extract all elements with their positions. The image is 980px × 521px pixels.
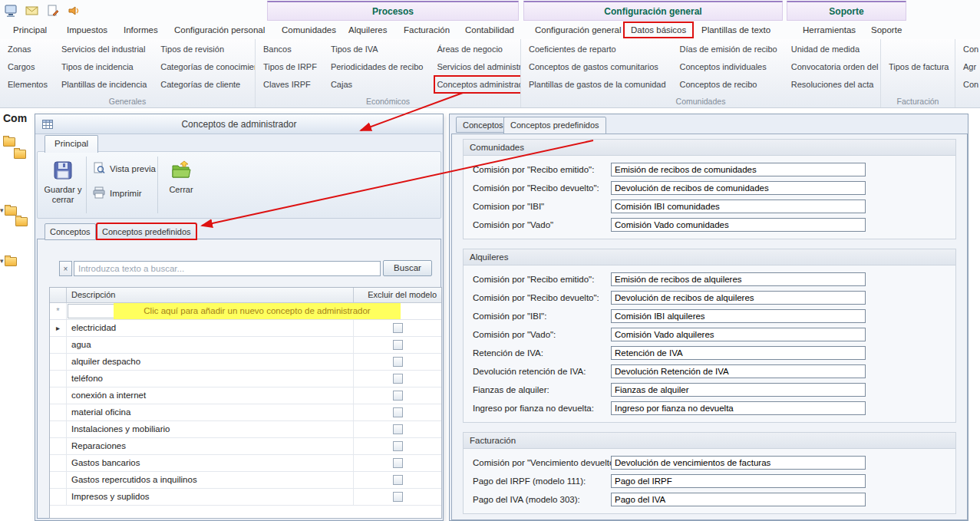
field-input[interactable] [611, 291, 866, 305]
exclude-347-checkbox[interactable] [393, 492, 403, 502]
new-row-hint[interactable]: Clic aquí para añadir un nuevo concepto … [114, 303, 401, 319]
ribbon-item[interactable]: Servicios del industrial [59, 41, 149, 58]
ribbon-item[interactable]: Con [961, 41, 980, 58]
ribbon-tab[interactable]: Informes [117, 22, 165, 38]
ribbon-item[interactable]: Cajas [328, 76, 425, 93]
table-row[interactable]: Instalaciones y mobiliario [50, 421, 441, 438]
ribbon-item[interactable]: Con [961, 76, 980, 93]
field-input[interactable] [611, 493, 866, 506]
field-input[interactable] [611, 272, 866, 286]
ribbon-item[interactable]: Días de emisión de recibo [678, 41, 780, 58]
tab-conceptos-predefinidos[interactable]: Conceptos predefinidos [97, 223, 196, 239]
clear-search-button[interactable]: × [59, 261, 72, 276]
ribbon-tab[interactable]: Comunidades [275, 22, 343, 38]
ribbon-item[interactable]: Convocatoria orden del día [789, 58, 881, 75]
ribbon-item[interactable]: Zonas [5, 41, 50, 58]
ribbon-item[interactable]: Periodicidades de recibo [328, 58, 425, 75]
ribbon-tab[interactable]: Principal [6, 22, 54, 38]
search-input[interactable] [74, 261, 381, 276]
ribbon-tab[interactable]: Configuración personal [167, 22, 272, 38]
folder-icon[interactable] [14, 150, 26, 159]
ribbon-tab[interactable]: Datos básicos [624, 22, 693, 38]
ribbon-tab[interactable]: Contabilidad [458, 22, 521, 38]
ribbon-item[interactable]: Categorías de conocimiento [158, 58, 256, 75]
ribbon-tab[interactable]: Impuestos [60, 22, 114, 38]
exclude-347-checkbox[interactable] [393, 374, 403, 384]
ribbon-item[interactable]: Agr [961, 58, 980, 75]
mail-icon[interactable] [25, 3, 40, 18]
table-row[interactable]: Impresos y suplidos [50, 489, 441, 506]
grid-header-excluir-347[interactable]: Excluir del modelo 347 [354, 288, 441, 302]
exclude-347-checkbox[interactable] [393, 407, 403, 417]
folder-icon[interactable] [5, 206, 17, 216]
table-row[interactable]: Gastos repercutidos a inquilinos [50, 472, 441, 489]
ribbon-item[interactable]: Elementos [5, 76, 50, 93]
field-input[interactable] [611, 346, 866, 360]
field-input[interactable] [611, 401, 866, 415]
ribbon-item[interactable]: Conceptos de recibo [678, 76, 780, 93]
folder-icon[interactable] [3, 137, 15, 147]
ribbon-tab[interactable]: Alquileres [342, 22, 394, 38]
field-input[interactable] [611, 309, 866, 323]
exclude-347-checkbox[interactable] [393, 458, 403, 468]
table-row[interactable]: agua [50, 337, 441, 354]
ribbon-item[interactable]: Resoluciones del acta [789, 76, 881, 93]
field-input[interactable] [611, 181, 866, 195]
field-input[interactable] [611, 218, 866, 232]
ribbon-tab[interactable]: Facturación [397, 22, 457, 38]
folder-icon[interactable] [15, 217, 28, 226]
announcement-icon[interactable] [66, 3, 81, 18]
ribbon-item[interactable]: Servicios del administrador [434, 58, 521, 75]
exclude-347-checkbox[interactable] [393, 475, 403, 485]
computer-icon[interactable] [4, 3, 19, 18]
preview-button[interactable]: Vista previa [90, 159, 156, 179]
save-and-close-button[interactable]: Guardar y cerrar [43, 156, 83, 214]
close-button[interactable]: Cerrar [161, 156, 201, 214]
table-row[interactable]: conexión a internet [50, 387, 441, 404]
field-input[interactable] [611, 328, 866, 341]
ribbon-item[interactable]: Tipos de revisión [158, 41, 256, 58]
ribbon-item[interactable]: Categorías de cliente [158, 76, 256, 93]
ribbon-item[interactable]: Bancos [261, 41, 319, 58]
ribbon-item[interactable]: Tipos de IRPF [261, 58, 319, 75]
edit-note-icon[interactable] [45, 3, 61, 18]
ribbon-item[interactable]: Áreas de negocio [434, 41, 521, 58]
tab-conceptos-predefinidos[interactable]: Conceptos predefinidos [503, 117, 606, 134]
ribbon-item[interactable]: Plantillas de incidencia [59, 76, 149, 93]
ribbon-item[interactable]: Tipos de incidencia [59, 58, 149, 75]
field-input[interactable] [611, 383, 866, 397]
exclude-347-checkbox[interactable] [393, 424, 403, 434]
ribbon-item[interactable]: Conceptos de gastos comunitarios [526, 58, 668, 75]
field-input[interactable] [611, 474, 866, 488]
table-row[interactable]: teléfono [50, 371, 441, 387]
exclude-347-checkbox[interactable] [393, 357, 403, 367]
ribbon-item[interactable]: Conceptos individuales [678, 58, 780, 75]
grid-header-descripcion[interactable]: Descripción [67, 288, 354, 302]
ribbon-tab[interactable]: Configuración general [528, 22, 629, 38]
print-button[interactable]: Imprimir [90, 183, 156, 203]
ribbon-tab[interactable]: Herramientas [796, 22, 863, 38]
tab-principal[interactable]: Principal [45, 135, 98, 153]
tab-conceptos[interactable]: Conceptos [456, 117, 510, 133]
folder-icon[interactable] [5, 257, 17, 266]
ribbon-item[interactable]: Conceptos administrador [434, 76, 521, 93]
table-row[interactable]: material oficina [50, 404, 441, 421]
field-input[interactable] [611, 364, 866, 378]
ribbon-item[interactable]: Tipos de IVA [328, 41, 425, 58]
ribbon-item[interactable]: Unidad de medida [789, 41, 881, 58]
grid-new-row[interactable]: * Clic aquí para añadir un nuevo concept… [50, 303, 441, 320]
table-row[interactable]: Reparaciones [50, 438, 441, 455]
ribbon-tab[interactable]: Soporte [864, 22, 909, 38]
tab-conceptos[interactable]: Conceptos [45, 223, 96, 240]
new-row-editor[interactable] [68, 304, 114, 318]
exclude-347-checkbox[interactable] [393, 323, 403, 333]
window-title-bar[interactable]: Conceptos de administrador [35, 114, 443, 134]
field-input[interactable] [611, 163, 866, 176]
exclude-347-checkbox[interactable] [393, 391, 403, 401]
ribbon-tab[interactable]: Plantillas de texto [695, 22, 777, 38]
expand-icon[interactable]: ▾ [0, 206, 4, 214]
ribbon-item[interactable]: Coeficientes de reparto [526, 41, 668, 58]
table-row[interactable]: alquiler despacho [50, 354, 441, 371]
ribbon-item[interactable]: Cargos [5, 58, 50, 75]
table-row[interactable]: Gastos bancarios [50, 455, 441, 472]
